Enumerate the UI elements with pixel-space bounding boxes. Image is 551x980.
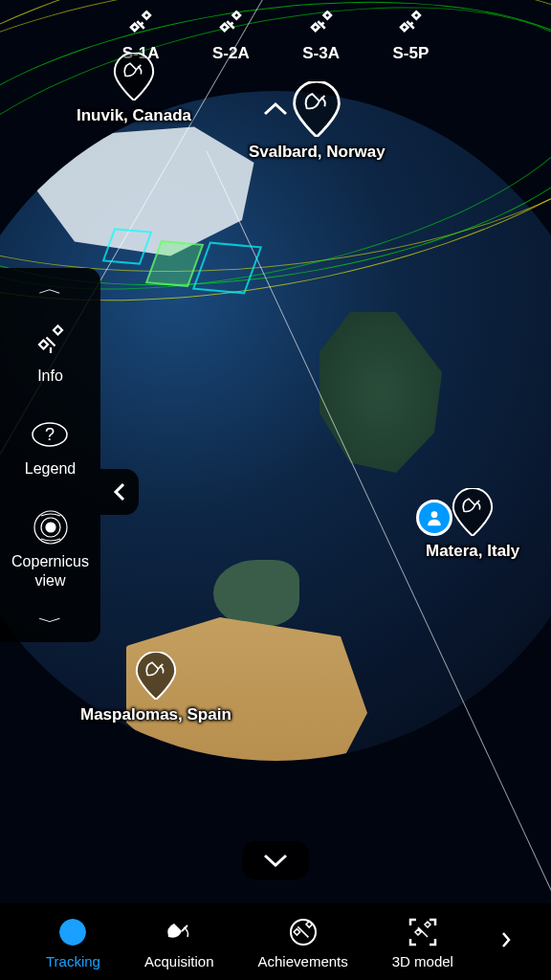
side-item-label: Copernicus view (0, 552, 100, 589)
station-svalbard[interactable]: Svalbard, Norway (249, 81, 386, 162)
achievement-icon (286, 915, 320, 949)
question-icon: ? (31, 415, 69, 454)
side-item-label: Legend (25, 459, 76, 478)
chevron-up-icon[interactable]: ︿ (38, 279, 63, 300)
dish-pin-icon (110, 53, 158, 100)
station-maspalomas[interactable]: Maspalomas, Spain (80, 652, 231, 724)
collapse-panel-button[interactable] (100, 469, 139, 515)
svg-text:?: ? (45, 425, 55, 444)
dish-pin-icon (289, 81, 344, 137)
svg-point-8 (68, 920, 77, 945)
side-panel: ︿ Info ? Legend Copernicus view ﹀ (0, 268, 100, 642)
station-label: Maspalomas, Spain (80, 705, 231, 724)
nav-label: Achievements (258, 953, 348, 969)
station-inuvik[interactable]: Inuvik, Canada (77, 53, 191, 125)
nav-achievements[interactable]: Achievements (258, 915, 348, 969)
dish-icon (162, 915, 196, 949)
nav-tracking[interactable]: Tracking (46, 915, 100, 969)
satellite-icon (32, 323, 70, 361)
dish-pin-icon (132, 652, 180, 700)
land-iberia (213, 560, 299, 627)
nav-acquisition[interactable]: Acquisition (144, 915, 214, 969)
satellite-icon (215, 10, 246, 40)
satellite-label: S-2A (212, 44, 250, 63)
nav-label: 3D model (392, 953, 453, 969)
bottom-nav: Tracking Acquisition Achievements 3D mod… (0, 903, 551, 980)
dish-pin-icon (449, 488, 496, 536)
satellite-s5p[interactable]: S-5P (392, 10, 429, 63)
nav-label: Tracking (46, 953, 100, 969)
nav-label: Acquisition (144, 953, 214, 969)
satellite-s2a[interactable]: S-2A (212, 10, 250, 63)
station-matera[interactable]: Matera, Italy (426, 488, 519, 561)
copernicus-view-button[interactable]: Copernicus view (0, 508, 100, 589)
globe-icon (55, 915, 90, 949)
satellite-label: S-5P (392, 44, 429, 63)
nav-3d-model[interactable]: 3D model (392, 915, 453, 969)
station-label: Svalbard, Norway (249, 143, 386, 162)
satellite-icon (125, 10, 156, 40)
satellite-s3a[interactable]: S-3A (302, 10, 340, 63)
svg-point-5 (46, 523, 55, 532)
legend-button[interactable]: ? Legend (25, 415, 76, 478)
satellite-label: S-3A (302, 44, 340, 63)
side-item-label: Info (37, 367, 63, 385)
frame-icon (406, 915, 440, 949)
info-button[interactable]: Info (32, 323, 70, 385)
chevron-down-icon[interactable]: ﹀ (38, 612, 63, 633)
chevron-right-icon[interactable] (497, 929, 515, 954)
satellite-icon (306, 10, 337, 40)
land-europe (304, 292, 457, 493)
expand-bottom-button[interactable] (242, 841, 309, 880)
station-label: Matera, Italy (426, 542, 519, 561)
satellite-icon (395, 10, 426, 40)
copernicus-icon (32, 508, 70, 546)
station-label: Inuvik, Canada (77, 106, 191, 125)
